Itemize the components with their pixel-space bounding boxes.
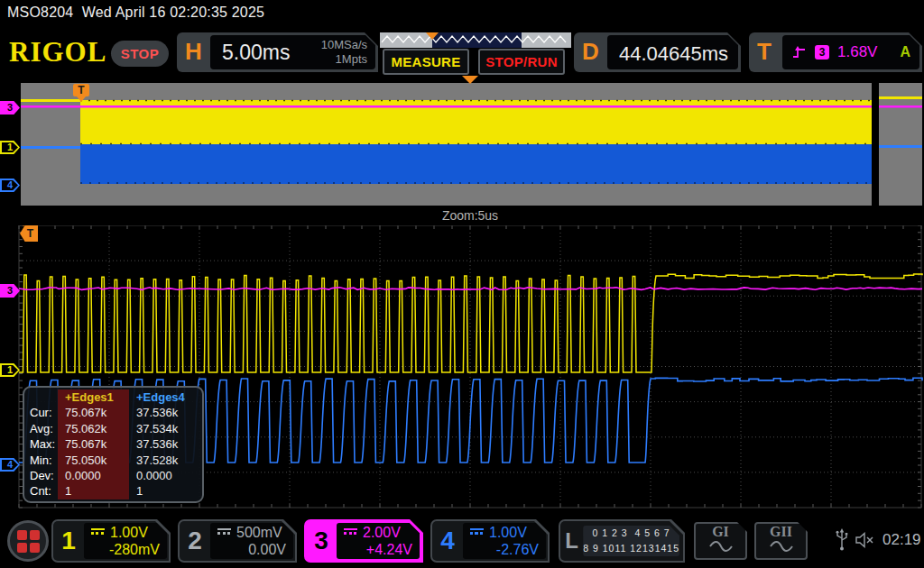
- clock-time: 02:19: [882, 531, 921, 549]
- min-edges1: 75.050k: [58, 453, 129, 468]
- channel4-scale: 1.00V: [489, 525, 527, 541]
- channel3-number: 3: [306, 521, 337, 561]
- cnt-edges1: 1: [58, 483, 129, 499]
- max-edges1: 75.067k: [58, 436, 129, 452]
- logic-channels-box[interactable]: L 0 1 2 3 4 5 6 7 8 9 1011 12131415: [559, 519, 685, 563]
- rigol-logo: RIGOL: [9, 36, 106, 69]
- menu-dot: [30, 530, 40, 540]
- row-label: Dev:: [24, 468, 58, 483]
- row-label: Cur:: [24, 405, 58, 420]
- row-label: Max:: [24, 436, 58, 452]
- overview-trigger-flag-icon[interactable]: T: [73, 84, 89, 96]
- overview-ch4-block: [80, 144, 872, 184]
- channel2-number: 2: [180, 521, 210, 561]
- overview-ch3-line: [21, 105, 922, 108]
- overview-ch1-pre-line: [21, 99, 80, 102]
- dc-coupling-icon: [217, 528, 231, 538]
- overview-ch4-pre-line: [21, 146, 80, 149]
- max-edges4: 37.536k: [129, 436, 199, 452]
- t-label: T: [757, 38, 772, 66]
- delay-value: 44.04645ms: [619, 42, 728, 66]
- position-marker-triangle-icon[interactable]: [426, 32, 439, 40]
- channel3-box[interactable]: 3 2.00V +4.24V: [304, 519, 423, 563]
- overview-ch1-post-line: [879, 96, 922, 99]
- cur-edges4: 37.536k: [129, 405, 199, 420]
- d-label: D: [582, 38, 599, 66]
- memory-depth: 1Mpts: [321, 52, 367, 67]
- channel3-scale: 2.00V: [363, 525, 401, 541]
- speaker-muted-icon[interactable]: [855, 531, 877, 549]
- menu-dot: [17, 530, 27, 540]
- channel2-box[interactable]: 2 500mV 0.00V: [178, 519, 297, 563]
- overview-ch4-post-line: [879, 145, 922, 148]
- menu-grid-button[interactable]: [7, 520, 49, 562]
- channel2-scale: 500mV: [236, 525, 282, 541]
- generator1-button[interactable]: GI: [694, 522, 747, 560]
- trigger-slope-icon: [791, 45, 807, 60]
- zoom-scale-label: Zoom:5us: [0, 208, 924, 223]
- measure-button[interactable]: MEASURE: [383, 49, 469, 75]
- logic-digits-row1: 0 1 2 3 4 5 6 7: [583, 526, 679, 541]
- channel1-scale: 1.00V: [110, 525, 148, 541]
- usb-icon: [835, 528, 849, 552]
- dc-coupling-icon: [91, 528, 105, 538]
- row-label: Cnt:: [24, 483, 58, 499]
- channel3-offset: +4.24V: [344, 542, 412, 558]
- cnt-edges4: 1: [129, 483, 199, 499]
- timebase-value: 5.00ms: [222, 41, 290, 65]
- cur-edges1: 75.067k: [58, 405, 129, 420]
- menu-dot: [17, 543, 27, 553]
- dc-coupling-icon: [470, 528, 484, 538]
- generator2-button[interactable]: GII: [754, 522, 808, 560]
- measurement-col2-header: +Edges4: [129, 389, 199, 405]
- position-strip-zigzag: [380, 32, 571, 48]
- channel4-box[interactable]: 4 1.00V -2.76V: [430, 519, 550, 563]
- trigger-level-value: 1.68V: [837, 43, 877, 61]
- logic-digits-row2: 8 9 1011 12131415: [583, 541, 679, 556]
- dev-edges1: 0.0000: [58, 468, 129, 483]
- channel2-offset: 0.00V: [217, 542, 286, 558]
- trigger-sweep-mode: A: [900, 44, 910, 60]
- channel1-box[interactable]: 1 1.00V -280mV: [51, 519, 171, 563]
- overview-waveform-area: [0, 83, 924, 206]
- row-label: Avg:: [24, 421, 58, 436]
- menu-dot: [30, 543, 40, 553]
- trigger-source-badge: 3: [815, 45, 829, 60]
- logic-label: L: [560, 528, 583, 554]
- delay-box[interactable]: D 44.04645ms: [574, 32, 741, 72]
- channel4-number: 4: [432, 521, 463, 561]
- channel4-offset: -2.76V: [470, 542, 539, 558]
- row-label: Min:: [24, 453, 58, 468]
- stop-run-button[interactable]: STOP/RUN: [478, 49, 565, 75]
- horizontal-timebase-box[interactable]: H 5.00ms 10MSa/s 1Mpts: [177, 32, 378, 72]
- h-label: H: [185, 38, 202, 66]
- status-model-datetime: MSO8204 Wed April 16 02:20:35 2025: [7, 5, 264, 21]
- dev-edges4: 0.0000: [129, 468, 199, 483]
- generator2-label: GII: [756, 524, 806, 539]
- sine-wave-icon: [769, 539, 794, 552]
- overview-trigger-position-icon[interactable]: [462, 76, 478, 84]
- run-state-badge: STOP: [111, 41, 169, 67]
- trigger-box[interactable]: T 3 1.68V A: [749, 32, 922, 72]
- sample-rate: 10MSa/s: [321, 38, 367, 52]
- sine-wave-icon: [708, 539, 734, 552]
- overview-zoom-window-bar[interactable]: [872, 83, 879, 206]
- wave-ch3: [19, 288, 922, 290]
- measurement-col1-header: +Edges1: [58, 389, 129, 405]
- channel1-number: 1: [53, 521, 84, 561]
- min-edges4: 37.528k: [129, 453, 199, 468]
- dc-coupling-icon: [344, 528, 357, 538]
- avg-edges4: 37.534k: [129, 421, 199, 436]
- measurement-statistics-panel: +Edges1 +Edges4 Cur: 75.067k 37.536k Avg…: [23, 386, 204, 503]
- channel1-offset: -280mV: [91, 542, 160, 558]
- generator1-label: GI: [696, 524, 745, 539]
- waveform-position-strip[interactable]: [379, 32, 572, 49]
- avg-edges1: 75.062k: [58, 421, 129, 436]
